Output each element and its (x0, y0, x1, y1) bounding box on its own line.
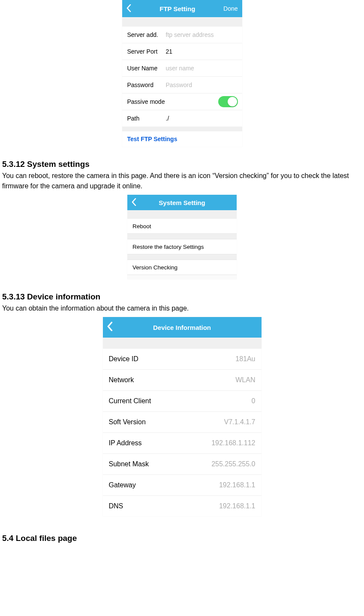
back-icon[interactable] (132, 198, 137, 207)
reboot-row[interactable]: Reboot (127, 219, 237, 233)
ip-address-row: IP Address 192.168.1.112 (103, 433, 262, 454)
path-input[interactable]: ./ (166, 115, 169, 122)
system-title: System Setting (137, 199, 227, 206)
back-icon[interactable] (107, 322, 113, 333)
reboot-label: Reboot (132, 223, 151, 229)
soft-version-label: Soft Version (109, 418, 146, 426)
heading-local-files: 5.4 Local files page (2, 534, 362, 543)
network-row: Network WLAN (103, 370, 262, 391)
ip-address-label: IP Address (109, 439, 142, 447)
current-client-value: 0 (252, 397, 256, 405)
spacer (127, 254, 237, 260)
restore-label: Restore the factory Settings (132, 244, 204, 250)
ftp-header: FTP Setting Done (122, 0, 242, 17)
server-address-label: Server add. (127, 31, 166, 38)
heading-device-information: 5.3.13 Device information (2, 292, 362, 302)
user-name-input[interactable]: user name (166, 65, 194, 72)
spacer (127, 275, 237, 279)
system-header: System Setting (127, 195, 237, 210)
passive-mode-toggle[interactable] (218, 96, 238, 107)
device-id-label: Device ID (109, 355, 138, 363)
back-icon[interactable] (126, 4, 132, 13)
network-label: Network (109, 376, 134, 384)
dns-value: 192.168.1.1 (219, 502, 256, 510)
system-setting-screenshot: System Setting Reboot Restore the factor… (127, 195, 237, 279)
network-value: WLAN (235, 376, 255, 384)
user-name-row[interactable]: User Name user name (122, 60, 242, 77)
device-information-screenshot: Device Information Device ID 181Au Netwo… (103, 317, 262, 516)
server-address-row[interactable]: Server add. ftp server address (122, 27, 242, 43)
server-port-row[interactable]: Server Port 21 (122, 43, 242, 60)
spacer (103, 338, 262, 349)
subnet-mask-label: Subnet Mask (109, 460, 149, 468)
current-client-row: Current Client 0 (103, 391, 262, 412)
gateway-value: 192.168.1.1 (219, 481, 256, 489)
dns-label: DNS (109, 502, 123, 510)
passive-mode-row: Passive mode (122, 94, 242, 110)
version-checking-label: Version Checking (132, 264, 177, 271)
current-client-label: Current Client (109, 397, 151, 405)
device-id-row: Device ID 181Au (103, 349, 262, 370)
body-system-settings: You can reboot, restore the camera in th… (2, 171, 362, 191)
user-name-label: User Name (127, 65, 166, 72)
soft-version-value: V7.1.4.1.7 (224, 418, 256, 426)
ftp-setting-screenshot: FTP Setting Done Server add. ftp server … (122, 0, 242, 147)
password-input[interactable]: Password (166, 82, 192, 88)
spacer (127, 233, 237, 239)
ip-address-value: 192.168.1.112 (211, 439, 255, 447)
dns-row: DNS 192.168.1.1 (103, 496, 262, 516)
path-row[interactable]: Path ./ (122, 110, 242, 127)
spacer (127, 210, 237, 219)
gateway-row: Gateway 192.168.1.1 (103, 475, 262, 496)
heading-system-settings: 5.3.12 System settings (2, 160, 362, 169)
server-port-input[interactable]: 21 (166, 48, 173, 55)
password-row[interactable]: Password Password (122, 77, 242, 94)
path-label: Path (127, 115, 166, 122)
server-port-label: Server Port (127, 48, 166, 55)
spacer (122, 127, 242, 131)
body-device-information: You can obtain the information about the… (2, 303, 362, 314)
soft-version-row: Soft Version V7.1.4.1.7 (103, 412, 262, 433)
version-checking-row[interactable]: Version Checking (127, 260, 237, 275)
passive-mode-label: Passive mode (127, 98, 165, 105)
subnet-mask-value: 255.255.255.0 (211, 460, 255, 468)
done-button[interactable]: Done (223, 5, 238, 12)
ftp-title: FTP Setting (132, 5, 224, 12)
test-ftp-button[interactable]: Test FTP Settings (122, 131, 242, 147)
subnet-mask-row: Subnet Mask 255.255.255.0 (103, 454, 262, 475)
device-title: Device Information (113, 324, 251, 331)
server-address-input[interactable]: ftp server address (166, 31, 214, 38)
device-id-value: 181Au (235, 355, 255, 363)
spacer (122, 17, 242, 27)
restore-row[interactable]: Restore the factory Settings (127, 239, 237, 254)
password-label: Password (127, 82, 166, 88)
device-header: Device Information (103, 317, 262, 338)
gateway-label: Gateway (109, 481, 136, 489)
